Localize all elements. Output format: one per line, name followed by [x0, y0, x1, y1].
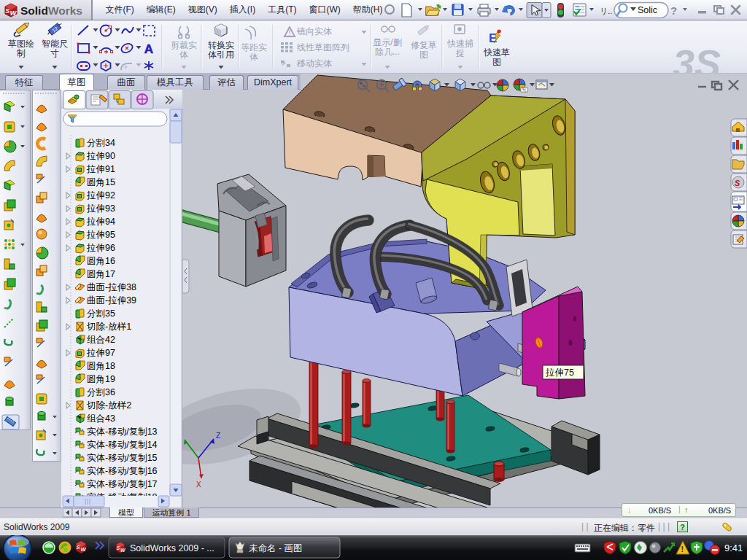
- svg-text:切除-放样2: 切除-放样2: [86, 400, 131, 411]
- svg-text:S: S: [735, 179, 740, 187]
- svg-text:组合43: 组合43: [87, 413, 115, 424]
- svg-text:体: 体: [179, 50, 188, 60]
- svg-text:!: !: [681, 545, 684, 553]
- svg-text:快速草: 快速草: [483, 47, 510, 58]
- svg-text:修复草: 修复草: [411, 40, 437, 50]
- svg-text:线性草图阵列: 线性草图阵列: [297, 42, 349, 52]
- svg-text:制: 制: [17, 48, 26, 58]
- svg-text:圆角15: 圆角15: [87, 177, 115, 187]
- svg-text:!: !: [289, 29, 291, 37]
- svg-text:S: S: [77, 544, 80, 551]
- svg-text:未命名 - 画图: 未命名 - 画图: [249, 543, 303, 553]
- svg-text:Solic: Solic: [638, 5, 657, 15]
- svg-text:寸: 寸: [50, 48, 59, 58]
- svg-text:剪裁实: 剪裁实: [171, 40, 197, 50]
- svg-text:分割35: 分割35: [87, 308, 115, 319]
- svg-text:实体-移动/复制15: 实体-移动/复制15: [87, 453, 158, 463]
- svg-text:图: 图: [419, 50, 428, 60]
- svg-text:实体-移动/复制17: 实体-移动/复制17: [87, 479, 158, 489]
- svg-text:SolidWorks: SolidWorks: [20, 4, 82, 17]
- svg-text:拉伸90: 拉伸90: [86, 151, 115, 161]
- svg-text:除几...: 除几...: [375, 47, 400, 57]
- svg-text:快速捕: 快速捕: [446, 39, 473, 49]
- svg-text:X: X: [196, 481, 201, 489]
- svg-text:拉伸93: 拉伸93: [86, 203, 115, 214]
- svg-text:实体-移动/复制13: 实体-移动/复制13: [87, 427, 158, 437]
- svg-text:体引用: 体引用: [208, 50, 234, 60]
- svg-text:S: S: [5, 7, 9, 15]
- svg-text:实体-移动/复制16: 实体-移动/复制16: [87, 466, 158, 476]
- svg-text:体: 体: [249, 52, 258, 62]
- svg-text:?: ?: [670, 4, 677, 17]
- svg-text:A: A: [144, 42, 153, 56]
- svg-text:拉伸92: 拉伸92: [86, 190, 115, 201]
- svg-text:智能尺: 智能尺: [42, 39, 68, 49]
- svg-text:转换实: 转换实: [208, 40, 234, 50]
- svg-text:拉伸75: 拉伸75: [545, 368, 574, 378]
- svg-text:草图绘: 草图绘: [8, 39, 34, 49]
- svg-text:移动实体: 移动实体: [297, 58, 332, 69]
- svg-text:拉伸91: 拉伸91: [86, 164, 115, 174]
- svg-text:曲面-拉伸39: 曲面-拉伸39: [87, 295, 136, 306]
- svg-text:SolidWorks 2009 - ...: SolidWorks 2009 - ...: [130, 543, 214, 553]
- svg-text:3S: 3S: [673, 42, 721, 74]
- svg-text:捉: 捉: [455, 48, 465, 58]
- svg-text:曲面-拉伸38: 曲面-拉伸38: [87, 282, 136, 292]
- svg-text:圆角19: 圆角19: [87, 374, 115, 384]
- svg-text:圆角16: 圆角16: [87, 256, 115, 266]
- svg-text:Z: Z: [216, 432, 220, 440]
- svg-text:镜向实体: 镜向实体: [296, 26, 332, 36]
- svg-text:E: E: [489, 31, 497, 45]
- svg-text:切除-放样1: 切除-放样1: [86, 322, 131, 332]
- svg-text:分割34: 分割34: [87, 138, 115, 148]
- svg-text:W: W: [81, 546, 87, 553]
- svg-text:显示/删: 显示/删: [373, 37, 401, 47]
- svg-text:拉伸97: 拉伸97: [86, 348, 115, 358]
- svg-text:实体-移动/复制14: 实体-移动/复制14: [87, 440, 158, 450]
- svg-text:9:41: 9:41: [724, 542, 743, 553]
- svg-text:圆角17: 圆角17: [87, 269, 115, 279]
- svg-text:等距实: 等距实: [241, 42, 267, 52]
- svg-text:拉伸94: 拉伸94: [86, 217, 115, 227]
- svg-text:图: 图: [492, 57, 501, 67]
- svg-text:リ..: リ..: [600, 7, 612, 15]
- svg-text:拉伸96: 拉伸96: [86, 243, 115, 253]
- svg-text:组合42: 组合42: [87, 335, 115, 345]
- svg-text:W: W: [10, 9, 18, 17]
- svg-text:S: S: [117, 545, 120, 551]
- svg-text:圆角18: 圆角18: [87, 361, 115, 371]
- svg-text:分割36: 分割36: [87, 387, 115, 397]
- svg-text:拉伸95: 拉伸95: [86, 230, 115, 240]
